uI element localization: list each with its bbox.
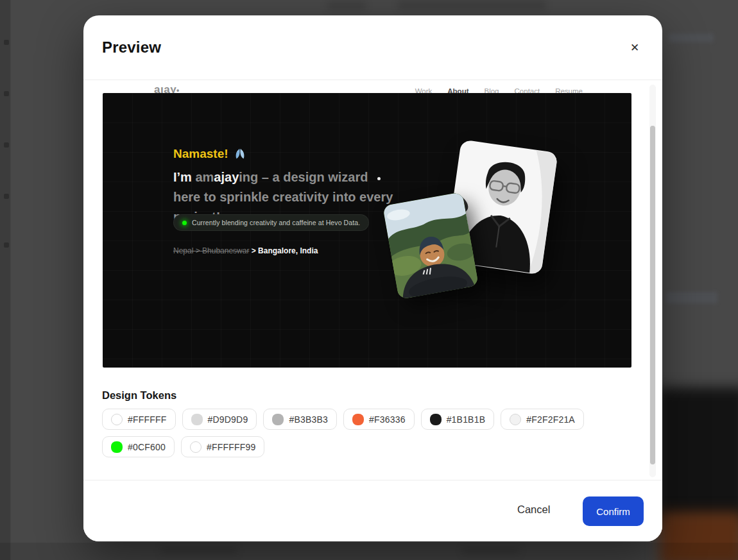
color-swatch (191, 414, 203, 425)
color-hex-label: #B3B3B3 (289, 414, 328, 425)
design-token-list: #FFFFFF#D9D9D9#B3B3B3#F36336#1B1B1B#F2F2… (102, 409, 596, 457)
greeting-text: Namaste! (173, 147, 228, 161)
color-swatch (272, 414, 284, 425)
headline-part: ajay (214, 170, 239, 184)
site-logo: ajay• (154, 87, 180, 93)
confirm-button[interactable]: Confirm (583, 496, 644, 526)
color-hex-label: #F36336 (369, 414, 406, 425)
background-shape (327, 1, 366, 10)
site-nav-contact: Contact (515, 88, 540, 94)
background-sidebar-icon (4, 40, 9, 45)
status-badge: Currently blending creativity and caffei… (173, 214, 369, 231)
color-hex-label: #0CF600 (128, 442, 166, 452)
background-sidebar-icon (4, 91, 9, 96)
color-hex-label: #FFFFFF (128, 414, 167, 425)
color-swatch (510, 414, 521, 425)
modal-header: Preview ✕ (83, 15, 662, 80)
design-token-chip[interactable]: #0CF600 (102, 436, 175, 457)
location-line: Nepal > Bhubaneswar > Bangalore, India (173, 246, 318, 255)
design-token-chip[interactable]: #FFFFFF (102, 409, 176, 430)
white-dot (377, 177, 381, 180)
background-shape (462, 547, 520, 554)
site-nav-list: WorkAboutBlogContactResume (415, 88, 583, 94)
headline-part: am (195, 170, 214, 184)
online-dot-icon (182, 221, 187, 225)
background-shape (160, 547, 237, 554)
background-sidebar-icon (4, 142, 9, 148)
scrollbar-track[interactable] (649, 85, 656, 477)
background-footer-strip (0, 543, 738, 560)
color-swatch (111, 441, 123, 453)
design-token-chip[interactable]: #F36336 (343, 409, 415, 430)
headline-part: ing (239, 170, 258, 184)
modal-footer: Cancel Confirm (83, 480, 662, 541)
close-button[interactable]: ✕ (626, 38, 644, 56)
location-current: > Bangalore, India (252, 246, 318, 255)
design-token-chip[interactable]: #B3B3B3 (263, 409, 337, 430)
location-former: Nepal > Bhubaneswar (173, 246, 249, 255)
color-swatch (190, 441, 202, 453)
status-badge-text: Currently blending creativity and caffei… (192, 219, 360, 226)
design-token-chip[interactable]: #FFFFFF99 (181, 436, 264, 457)
page-title: Preview (102, 38, 161, 56)
design-tokens-heading: Design Tokens (102, 389, 176, 402)
design-token-chip[interactable]: #D9D9D9 (182, 409, 257, 430)
color-hex-label: #D9D9D9 (208, 414, 248, 425)
design-token-chip[interactable]: #1B1B1B (421, 409, 495, 430)
design-token-chip[interactable]: #F2F2F21A (501, 409, 584, 430)
background-sidebar-icon (4, 242, 9, 248)
color-swatch (430, 414, 442, 425)
hero-greeting: Namaste! (173, 147, 246, 161)
close-icon: ✕ (630, 41, 639, 55)
site-nav-blog: Blog (485, 88, 499, 94)
preview-modal: Preview ✕ ajay• WorkAboutBlogContactResu… (83, 15, 662, 541)
background-shape (398, 0, 545, 10)
site-navbar-clipped: ajay• WorkAboutBlogContactResume (103, 87, 631, 93)
logo-mark: • (176, 87, 180, 93)
site-hero-section: Namaste! I’m amajaying – a design wizard… (103, 93, 631, 368)
site-preview-image: ajay• WorkAboutBlogContactResume Namaste… (103, 87, 631, 368)
background-sidebar (0, 0, 11, 560)
headline-part: I’m (173, 170, 195, 184)
preview-scroll-area: ajay• WorkAboutBlogContactResume Namaste… (83, 80, 662, 480)
color-hex-label: #1B1B1B (447, 414, 486, 425)
color-hex-label: #FFFFFF99 (207, 442, 255, 452)
site-nav-about: About (447, 88, 468, 94)
site-nav-resume: Resume (555, 88, 583, 94)
site-nav-work: Work (415, 88, 433, 94)
folded-hands-emoji (234, 148, 246, 160)
cancel-button[interactable]: Cancel (517, 504, 550, 516)
background-sidebar-icon (4, 194, 9, 199)
color-swatch (352, 414, 364, 425)
background-shape (666, 292, 717, 303)
color-swatch (111, 414, 123, 425)
background-shape (669, 33, 714, 42)
portrait-photo-color (382, 192, 479, 300)
background-panel (657, 387, 738, 522)
scrollbar-thumb[interactable] (650, 126, 655, 464)
color-hex-label: #F2F2F21A (526, 414, 575, 425)
